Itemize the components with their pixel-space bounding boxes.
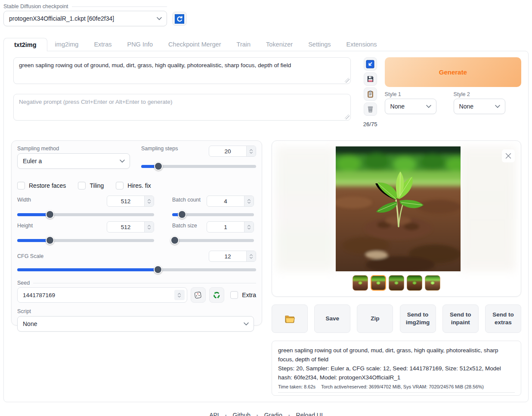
- thumbnail-1[interactable]: [353, 275, 368, 291]
- thumbnail-5[interactable]: [425, 275, 440, 291]
- chevron-down-icon: [120, 159, 125, 163]
- batch-size-slider[interactable]: [172, 236, 254, 245]
- page-footer: API• Github• Gradio• Reload UI python: 3…: [0, 412, 532, 416]
- width-input[interactable]: 512: [107, 196, 154, 207]
- tab-png-info[interactable]: PNG Info: [119, 38, 161, 51]
- tab-extras[interactable]: Extras: [86, 38, 119, 51]
- width-slider[interactable]: [17, 210, 154, 219]
- save-button[interactable]: Save: [314, 304, 350, 333]
- seed-input[interactable]: 1441787169: [17, 287, 187, 303]
- generate-button[interactable]: Generate: [385, 57, 521, 87]
- batch-count-slider[interactable]: [172, 210, 254, 219]
- slider-thumb[interactable]: [46, 210, 54, 219]
- thumbnail-2-selected[interactable]: [371, 275, 386, 291]
- tab-txt2img[interactable]: txt2img: [3, 38, 47, 51]
- reload-ui-link[interactable]: Reload UI: [296, 412, 323, 416]
- sampling-steps-input[interactable]: 20: [209, 146, 256, 157]
- slider-thumb[interactable]: [154, 265, 162, 274]
- reuse-seed-button[interactable]: [209, 287, 224, 303]
- tab-settings[interactable]: Settings: [300, 38, 338, 51]
- chevron-down-icon: [495, 105, 500, 108]
- clear-prompt-button[interactable]: [364, 102, 377, 116]
- refresh-checkpoint-button[interactable]: [172, 12, 187, 26]
- cfg-scale-slider[interactable]: [17, 265, 256, 274]
- stepper-buttons[interactable]: [144, 222, 154, 232]
- send-to-img2img-button[interactable]: Send to img2img: [400, 304, 436, 333]
- chevron-down-icon: [426, 105, 431, 108]
- stepper-buttons[interactable]: [244, 196, 254, 206]
- slider-thumb[interactable]: [46, 236, 54, 245]
- send-to-extras-button[interactable]: Send to extras: [485, 304, 521, 333]
- cfg-scale-input[interactable]: 12: [209, 251, 256, 262]
- dot-separator: •: [257, 413, 258, 416]
- checkbox-box[interactable]: [230, 291, 238, 299]
- github-link[interactable]: Github: [233, 412, 251, 416]
- style2-select[interactable]: None: [454, 99, 505, 114]
- style1-select[interactable]: None: [385, 99, 436, 114]
- checkbox-box[interactable]: [78, 182, 86, 189]
- checkbox-box[interactable]: [17, 182, 25, 189]
- negative-prompt-input[interactable]: [13, 94, 351, 121]
- sampling-method-label: Sampling method: [17, 146, 130, 152]
- tiling-checkbox[interactable]: Tiling: [78, 182, 104, 189]
- hires-fix-checkbox[interactable]: Hires. fix: [116, 182, 151, 189]
- thumbnail-3[interactable]: [389, 275, 404, 291]
- cfg-scale-label: CFG Scale: [17, 253, 43, 259]
- zip-button[interactable]: Zip: [357, 304, 393, 333]
- extra-seed-checkbox[interactable]: Extra: [230, 291, 256, 299]
- thumbnail-4[interactable]: [407, 275, 422, 291]
- tab-train[interactable]: Train: [229, 38, 259, 51]
- tab-checkpoint-merger[interactable]: Checkpoint Merger: [161, 38, 229, 51]
- tab-tokenizer[interactable]: Tokenizer: [258, 38, 300, 51]
- random-seed-button[interactable]: [191, 287, 206, 303]
- chevron-down-icon: [249, 257, 253, 259]
- paste-generation-params-button[interactable]: [364, 57, 377, 71]
- close-gallery-button[interactable]: [502, 149, 515, 162]
- sampling-method-value: Euler a: [23, 158, 42, 165]
- checkbox-box[interactable]: [116, 182, 124, 189]
- restore-faces-label: Restore faces: [29, 182, 66, 189]
- restore-faces-checkbox[interactable]: Restore faces: [17, 182, 66, 189]
- sampling-method-select[interactable]: Euler a: [17, 153, 130, 169]
- prompt-input[interactable]: green sapling rowing out of ground, mud,…: [13, 57, 351, 84]
- thumbnail-row: [272, 275, 521, 291]
- script-select[interactable]: None: [17, 316, 254, 332]
- save-style-button[interactable]: [364, 72, 377, 86]
- slider-thumb[interactable]: [170, 236, 179, 245]
- checkpoint-value: protogenX34OfficialR_1.ckpt [60fe2f34]: [9, 15, 114, 22]
- performance-info: Time taken: 8.62s Torch active/reserved:…: [278, 384, 515, 393]
- batch-count-input[interactable]: 4: [207, 196, 254, 207]
- hires-fix-label: Hires. fix: [127, 182, 151, 189]
- script-value: None: [23, 320, 37, 327]
- height-input[interactable]: 512: [107, 221, 154, 233]
- batch-size-input[interactable]: 1: [207, 221, 254, 233]
- script-label: Script: [17, 308, 256, 314]
- output-prompt-text: green sapling rowing out of ground, mud,…: [278, 346, 515, 364]
- stepper-buttons[interactable]: [144, 196, 154, 206]
- api-link[interactable]: API: [209, 412, 219, 416]
- gradio-link[interactable]: Gradio: [264, 412, 282, 416]
- apply-style-button[interactable]: [364, 87, 377, 101]
- send-to-inpaint-button[interactable]: Send to inpaint: [442, 304, 479, 333]
- tab-extensions[interactable]: Extensions: [339, 38, 385, 51]
- generated-image[interactable]: [336, 146, 461, 271]
- checkpoint-label: Stable Diffusion checkpoint: [3, 3, 167, 9]
- chevron-up-icon: [147, 199, 151, 201]
- open-folder-button[interactable]: [272, 304, 308, 333]
- height-slider[interactable]: [17, 236, 154, 245]
- chevron-down-icon: [247, 202, 251, 204]
- main-tabs: txt2img img2img Extras PNG Info Checkpoi…: [0, 37, 532, 51]
- style2-label: Style 2: [454, 91, 505, 97]
- tab-img2img[interactable]: img2img: [47, 38, 87, 51]
- stepper-buttons[interactable]: [246, 146, 256, 156]
- slider-thumb[interactable]: [178, 210, 186, 219]
- sampling-steps-slider[interactable]: [141, 162, 256, 171]
- stepper-buttons[interactable]: [174, 290, 185, 300]
- chevron-down-icon: [147, 227, 151, 230]
- stepper-buttons[interactable]: [244, 222, 254, 232]
- floppy-disk-icon: [366, 75, 374, 83]
- stepper-buttons[interactable]: [246, 251, 256, 261]
- checkpoint-select[interactable]: protogenX34OfficialR_1.ckpt [60fe2f34]: [3, 11, 167, 26]
- slider-thumb[interactable]: [154, 162, 163, 171]
- token-counter: 26/75: [363, 121, 377, 127]
